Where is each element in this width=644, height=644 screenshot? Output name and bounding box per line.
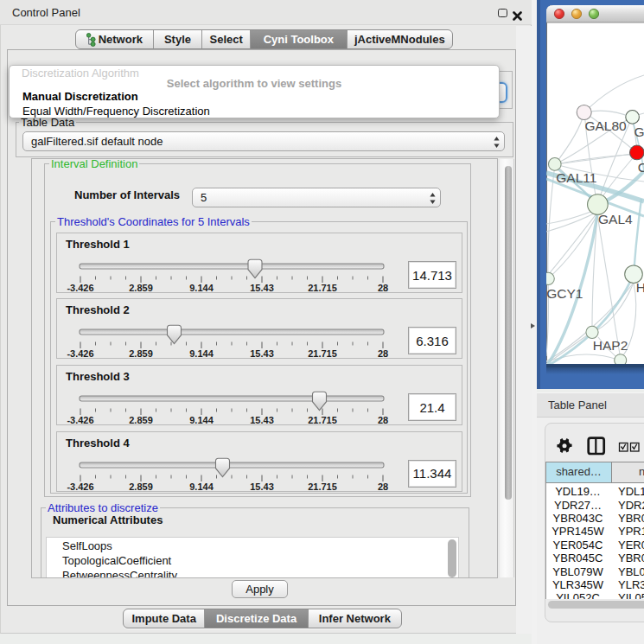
svg-text:-3.426: -3.426 xyxy=(67,283,93,293)
svg-text:9.144: 9.144 xyxy=(189,283,214,293)
svg-text:9.144: 9.144 xyxy=(189,348,214,359)
svg-text:15.43: 15.43 xyxy=(250,415,274,425)
svg-text:28: 28 xyxy=(378,283,388,293)
svg-text:2.859: 2.859 xyxy=(129,283,153,293)
svg-text:21.715: 21.715 xyxy=(308,481,337,492)
svg-text:21.715: 21.715 xyxy=(308,283,337,293)
svg-text:28: 28 xyxy=(378,348,388,359)
svg-text:15.43: 15.43 xyxy=(250,348,274,359)
svg-text:2.859: 2.859 xyxy=(129,415,153,425)
svg-text:15.43: 15.43 xyxy=(250,481,274,492)
svg-text:-3.426: -3.426 xyxy=(67,415,93,425)
svg-text:28: 28 xyxy=(378,481,388,492)
svg-text:-3.426: -3.426 xyxy=(67,348,93,359)
svg-text:2.859: 2.859 xyxy=(129,348,153,359)
svg-text:21.715: 21.715 xyxy=(308,415,337,425)
svg-text:9.144: 9.144 xyxy=(189,415,214,425)
svg-text:9.144: 9.144 xyxy=(189,481,214,492)
svg-text:2.859: 2.859 xyxy=(129,481,153,492)
svg-text:-3.426: -3.426 xyxy=(67,481,93,492)
svg-text:21.715: 21.715 xyxy=(308,348,337,359)
svg-text:15.43: 15.43 xyxy=(250,283,274,293)
svg-text:28: 28 xyxy=(378,415,388,425)
